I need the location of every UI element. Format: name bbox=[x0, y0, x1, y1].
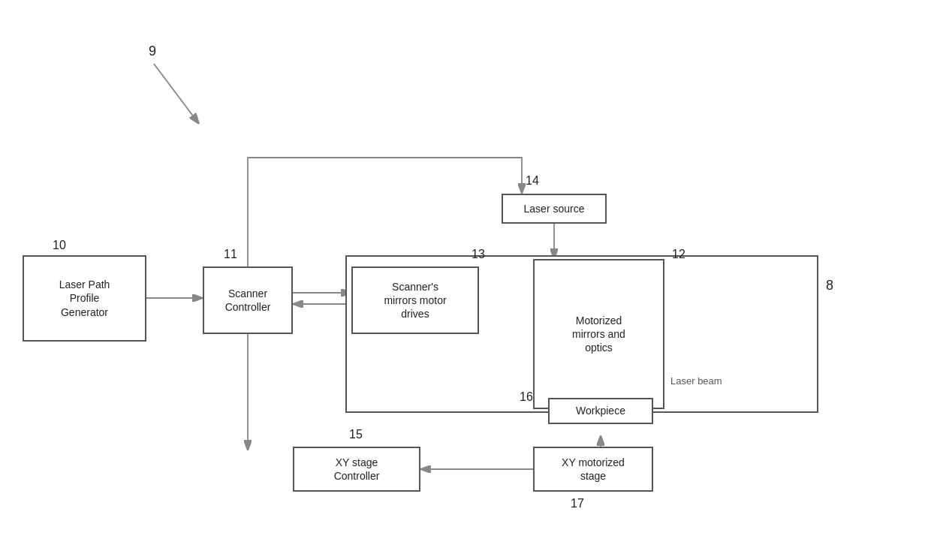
ref13-label: 13 bbox=[472, 248, 485, 261]
xy-motorized-stage-label: XY motorized stage bbox=[562, 456, 625, 483]
xy-stage-controller-label: XY stage Controller bbox=[334, 456, 380, 483]
laser-path-box: Laser Path Profile Generator bbox=[23, 255, 146, 342]
workpiece-label: Workpiece bbox=[576, 404, 625, 417]
xy-stage-controller-box: XY stage Controller bbox=[293, 447, 420, 492]
laser-beam-label: Laser beam bbox=[670, 375, 722, 387]
ref15-label: 15 bbox=[349, 428, 363, 441]
laser-path-label: Laser Path Profile Generator bbox=[59, 278, 110, 319]
xy-motorized-stage-box: XY motorized stage bbox=[533, 447, 653, 492]
ref11-label: 11 bbox=[224, 248, 237, 261]
laser-source-label: Laser source bbox=[524, 202, 585, 215]
scanners-mirrors-box: Scanner's mirrors motor drives bbox=[351, 266, 479, 334]
ref16-label: 16 bbox=[520, 390, 533, 404]
diagram: Laser Path Profile Generator Scanner Con… bbox=[0, 0, 931, 560]
ref10-label: 10 bbox=[53, 239, 66, 252]
ref14-label: 14 bbox=[526, 174, 539, 188]
ref9-label: 9 bbox=[149, 44, 156, 59]
ref17-label: 17 bbox=[571, 497, 584, 510]
motorized-mirrors-label: Motorized mirrors and optics bbox=[572, 314, 625, 355]
ref12-label: 12 bbox=[672, 248, 685, 261]
laser-source-box: Laser source bbox=[502, 194, 607, 224]
ref8-label: 8 bbox=[826, 278, 833, 294]
scanners-mirrors-label: Scanner's mirrors motor drives bbox=[384, 280, 446, 321]
motorized-mirrors-box: Motorized mirrors and optics bbox=[533, 259, 664, 409]
scanner-controller-label: Scanner Controller bbox=[225, 287, 271, 314]
workpiece-box: Workpiece bbox=[548, 398, 653, 424]
scanner-controller-box: Scanner Controller bbox=[203, 266, 293, 334]
svg-line-1 bbox=[154, 64, 199, 124]
